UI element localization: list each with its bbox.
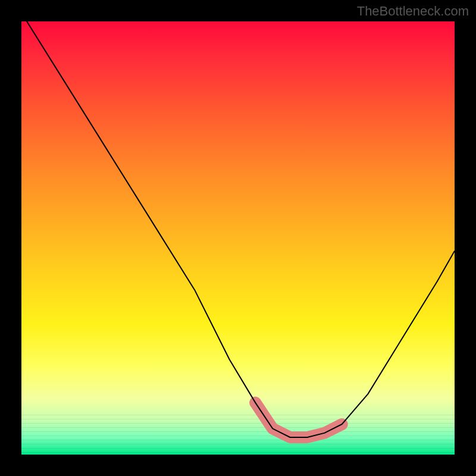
chart-frame: TheBottleneck.com <box>0 0 476 476</box>
bottleneck-curve <box>21 21 455 437</box>
highlight-min-region <box>255 403 342 437</box>
curve-svg <box>21 21 455 455</box>
plot-area <box>21 21 455 455</box>
watermark-text: TheBottleneck.com <box>357 4 469 19</box>
